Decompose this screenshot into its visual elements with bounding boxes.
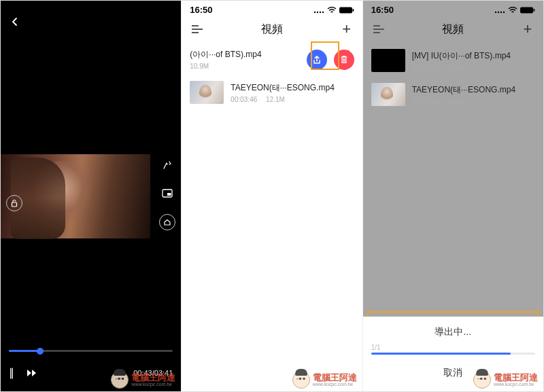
plus-icon: + [524,20,532,38]
list-item[interactable]: (아이···of BTS).mp4 10.9M [182,43,362,75]
item-meta: 00:03:46 12.1M [231,96,354,103]
svg-point-5 [319,11,320,12]
item-title: (아이···of BTS).mp4 [190,49,299,60]
add-button[interactable]: + [520,22,535,37]
watermark-avatar-icon [473,371,491,389]
page-title: 視頻 [442,22,464,37]
library-header: 視頻 + [182,16,362,43]
back-button[interactable] [10,17,20,26]
watermark-name: 電腦王阿達 [494,373,538,382]
speed-icon[interactable] [159,157,175,173]
status-indicators [313,7,354,14]
page-title: 視頻 [261,22,283,37]
plus-icon: + [342,20,351,38]
signal-icon [494,7,505,14]
menu-icon [192,25,203,33]
export-count: 1/1 [371,344,535,351]
watermark: 電腦王阿達 www.kocpc.com.tw [473,371,538,389]
wifi-icon [327,7,337,14]
status-time: 16:50 [190,5,212,15]
item-title: TAEYEON(태···ESONG.mp4 [231,82,354,94]
item-meta: 00:03:46 12.1M [412,98,535,105]
watermark-name: 電腦王阿達 [131,373,175,382]
item-duration: 00:03:41 [412,64,439,71]
video-player-screen: ∥ 00:43/03:41 電腦王阿達 www.kocpc.com.tw [1,1,181,391]
status-bar: 16:50 [363,1,543,16]
menu-button[interactable] [190,22,205,37]
video-content[interactable] [1,154,150,238]
video-thumbnail [371,49,405,72]
export-screen: 16:50 視頻 + [MV] IU(아이···of BTS).mp4 00:0… [362,1,543,391]
export-progress-bar [371,353,535,355]
share-button[interactable] [307,50,327,70]
trash-icon [340,55,348,64]
svg-rect-13 [520,7,533,13]
watermark-url: www.kocpc.com.tw [494,382,538,387]
video-thumbnail [190,81,224,104]
export-status-label: 導出中... [371,326,535,338]
item-size: 10.9M [190,63,209,70]
svg-point-12 [503,11,505,12]
svg-point-6 [322,11,323,12]
pip-icon[interactable] [159,185,175,202]
item-size: 12.1M [266,96,285,103]
item-title: [MV] IU(아이···of BTS).mp4 [412,50,535,62]
watermark: 電腦王阿達 www.kocpc.com.tw [292,371,357,389]
delete-button[interactable] [334,50,354,70]
svg-rect-8 [352,9,354,12]
home-icon[interactable] [159,214,175,230]
watermark-url: www.kocpc.com.tw [131,382,175,387]
library-screen: 16:50 視頻 + (아이···of BTS).mp4 10.9M [181,1,362,391]
share-icon [312,55,322,65]
svg-point-11 [500,11,502,12]
list-item[interactable]: TAEYEON(태···ESONG.mp4 00:03:46 12.1M [182,75,362,109]
video-list: (아이···of BTS).mp4 10.9M TAEYEON(태···ESON… [182,43,362,109]
lock-icon[interactable] [6,195,22,211]
battery-icon [339,7,354,14]
battery-icon [520,7,535,14]
status-bar: 16:50 [182,1,362,16]
svg-point-4 [316,11,318,12]
list-item[interactable]: [MV] IU(아이···of BTS).mp4 00:03:41 10.9M [363,43,543,77]
watermark-name: 電腦王阿達 [313,373,357,382]
signal-icon [313,7,324,14]
add-button[interactable]: + [339,22,354,37]
wifi-icon [508,7,517,14]
menu-button[interactable] [371,22,386,37]
status-time: 16:50 [371,5,394,15]
watermark-url: www.kocpc.com.tw [313,382,357,387]
svg-rect-2 [167,193,171,196]
watermark: 電腦王阿達 www.kocpc.com.tw [111,371,175,389]
svg-rect-0 [12,202,17,207]
progress-thumb[interactable] [37,348,44,355]
status-indicators [494,7,535,14]
item-meta: 10.9M [190,63,299,70]
export-progress-fill [371,353,511,355]
svg-rect-14 [533,9,534,12]
item-duration: 00:03:46 [412,98,439,105]
list-item[interactable]: TAEYEON(태···ESONG.mp4 00:03:46 12.1M [363,77,543,111]
player-side-controls [159,157,175,230]
watermark-avatar-icon [111,371,129,389]
svg-point-10 [498,11,499,12]
item-meta: 00:03:41 10.9M [412,64,535,71]
svg-point-3 [313,11,315,12]
item-duration: 00:03:46 [231,96,257,103]
pause-button[interactable]: ∥ [9,366,13,379]
watermark-avatar-icon [292,371,310,389]
item-size: 12.1M [447,98,466,105]
next-button[interactable] [27,369,37,377]
library-header: 視頻 + [363,16,543,43]
video-thumbnail [371,83,405,106]
item-size: 10.9M [447,64,466,71]
svg-rect-7 [339,7,352,13]
progress-fill [9,350,40,352]
menu-icon [373,25,384,33]
progress-slider[interactable] [9,350,173,352]
item-title: TAEYEON(태···ESONG.mp4 [412,84,535,96]
video-list: [MV] IU(아이···of BTS).mp4 00:03:41 10.9M … [363,43,543,111]
svg-point-9 [495,11,496,12]
